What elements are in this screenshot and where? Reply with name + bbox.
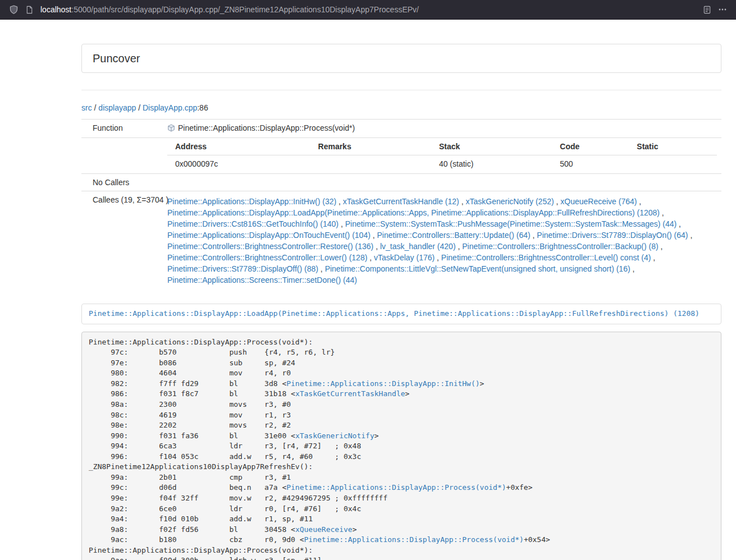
callee-separator: ,	[339, 219, 345, 228]
breadcrumb-link-displayapp.cpp[interactable]: DisplayApp.cpp	[143, 103, 197, 112]
code-value: 500	[552, 155, 629, 173]
tracking-protection-shield-icon[interactable]	[6, 2, 21, 17]
callee-separator: ,	[336, 197, 343, 206]
disassembly-block: Pinetime::Applications::DisplayApp::Proc…	[81, 332, 721, 560]
remarks-value	[310, 155, 431, 173]
callee-link[interactable]: Pinetime::Drivers::Cst816S::GetTouchInfo…	[167, 219, 339, 228]
callee-link[interactable]: Pinetime::Drivers::St7789::DisplayOff() …	[167, 264, 318, 273]
callee-separator: ,	[459, 197, 466, 206]
callee-separator: ,	[456, 242, 463, 251]
breadcrumb-link-src[interactable]: src	[81, 103, 92, 112]
metrics-row: Address Remarks Stack Code Static 0x0000…	[81, 138, 721, 174]
page-info-icon[interactable]	[21, 2, 37, 17]
document-icon	[25, 6, 34, 14]
metrics-cell: Address Remarks Stack Code Static 0x0000…	[163, 138, 721, 174]
metrics-empty-label	[81, 138, 163, 174]
callee-link[interactable]: xTaskGenericNotify (252)	[465, 197, 554, 206]
header-address: Address	[167, 138, 310, 155]
callee-link[interactable]: Pinetime::Applications::DisplayApp::OnTo…	[167, 231, 371, 240]
shield-icon	[9, 5, 19, 15]
callee-separator: ,	[637, 197, 641, 206]
asm-symbol-link[interactable]: Pinetime::Applications::DisplayApp::Proc…	[286, 483, 506, 492]
callee-separator: ,	[630, 264, 635, 273]
callee-separator: ,	[318, 264, 325, 273]
asm-symbol-link[interactable]: xTaskGenericNotify	[295, 432, 374, 440]
callees-list: Pinetime::Applications::DisplayApp::Init…	[163, 191, 721, 291]
address-value: 0x0000097c	[167, 155, 310, 173]
callee-link[interactable]: Pinetime::Controllers::BrightnessControl…	[167, 242, 373, 251]
callee-link[interactable]: lv_task_handler (420)	[380, 242, 456, 251]
callee-link[interactable]: Pinetime::Components::LittleVgl::SetNewT…	[325, 264, 630, 273]
callee-separator: ,	[435, 253, 441, 262]
method-cube-icon	[167, 123, 175, 135]
header-code: Code	[552, 138, 629, 155]
callee-separator: ,	[367, 253, 374, 262]
asm-symbol-link[interactable]: Pinetime::Applications::DisplayApp::Init…	[286, 379, 479, 388]
callee-link[interactable]: Pinetime::Controllers::Battery::Update()…	[377, 231, 531, 240]
no-callers-row: No Callers	[81, 174, 721, 191]
callee-link[interactable]: Pinetime::Controllers::BrightnessControl…	[462, 242, 658, 251]
metrics-values-row: 0x0000097c 40 (static) 500	[167, 155, 717, 173]
symbol-table: Function Pinetime::Applications::Display…	[81, 119, 721, 290]
url-path: :5000/path/src/displayapp/DisplayApp.cpp…	[71, 5, 419, 14]
callee-separator: ,	[531, 231, 537, 240]
header-stack: Stack	[431, 138, 552, 155]
divider	[81, 90, 721, 90]
function-name: Pinetime::Applications::DisplayApp::Proc…	[178, 123, 355, 132]
callee-link[interactable]: Pinetime::Controllers::BrightnessControl…	[441, 253, 651, 262]
metrics-table: Address Remarks Stack Code Static 0x0000…	[167, 138, 717, 172]
meatballs-menu-icon	[718, 5, 727, 14]
callees-label: Callees (19, Σ=3704 )	[81, 191, 163, 291]
reader-view-icon[interactable]	[699, 2, 715, 17]
function-row: Function Pinetime::Applications::Display…	[81, 120, 721, 138]
function-label: Function	[81, 120, 163, 138]
callee-separator: ,	[371, 231, 377, 240]
reader-page-icon	[703, 6, 711, 14]
highlighted-callee-link[interactable]: Pinetime::Applications::DisplayApp::Load…	[89, 309, 700, 318]
callee-link[interactable]: vTaskDelay (176)	[374, 253, 435, 262]
callee-link[interactable]: xTaskGetCurrentTaskHandle (12)	[343, 197, 459, 206]
callee-separator: ,	[659, 242, 663, 251]
breadcrumb-link-displayapp[interactable]: displayapp	[98, 103, 136, 112]
no-callers-label: No Callers	[81, 174, 163, 191]
callee-link[interactable]: Pinetime::Drivers::St7789::DisplayOn() (…	[537, 231, 688, 240]
callee-separator: ,	[651, 253, 655, 262]
main-content: Puncover src / displayapp / DisplayApp.c…	[81, 44, 721, 560]
static-value	[629, 155, 717, 173]
callee-link[interactable]: Pinetime::Controllers::BrightnessControl…	[167, 253, 367, 262]
header-static: Static	[629, 138, 717, 155]
highlighted-callee-box: Pinetime::Applications::DisplayApp::Load…	[81, 304, 721, 324]
url-host: localhost	[40, 5, 71, 14]
stack-value: 40 (static)	[431, 155, 552, 173]
page-title-panel: Puncover	[81, 44, 721, 73]
callee-separator: ,	[688, 231, 693, 240]
no-callers-cell	[163, 174, 721, 191]
breadcrumb-separator: /	[136, 103, 143, 112]
asm-symbol-link[interactable]: Pinetime::Applications::DisplayApp::Proc…	[304, 535, 524, 544]
callee-link[interactable]: Pinetime::Applications::DisplayApp::Init…	[167, 197, 336, 206]
callees-row: Callees (19, Σ=3704 ) Pinetime::Applicat…	[81, 191, 721, 291]
header-remarks: Remarks	[310, 138, 431, 155]
callee-link[interactable]: Pinetime::System::SystemTask::PushMessag…	[345, 219, 677, 228]
function-name-cell: Pinetime::Applications::DisplayApp::Proc…	[163, 120, 721, 138]
breadcrumb-separator: /	[92, 103, 99, 112]
breadcrumb-line-number: :86	[197, 103, 208, 112]
callee-link[interactable]: xQueueReceive (764)	[560, 197, 637, 206]
callee-separator: ,	[676, 219, 681, 228]
url-bar[interactable]: localhost:5000/path/src/displayapp/Displ…	[40, 5, 699, 14]
metrics-header-row: Address Remarks Stack Code Static	[167, 138, 717, 155]
browser-toolbar: localhost:5000/path/src/displayapp/Displ…	[0, 0, 736, 20]
asm-symbol-link[interactable]: xTaskGetCurrentTaskHandle	[295, 389, 405, 398]
callee-separator: ,	[660, 208, 664, 217]
page-title: Puncover	[93, 52, 140, 65]
asm-symbol-link[interactable]: xQueueReceive	[295, 525, 353, 534]
callee-separator: ,	[554, 197, 561, 206]
more-options-icon[interactable]	[715, 2, 730, 17]
callee-link[interactable]: Pinetime::Applications::DisplayApp::Load…	[167, 208, 660, 217]
callee-separator: ,	[373, 242, 380, 251]
callee-link[interactable]: Pinetime::Applications::Screens::Timer::…	[167, 276, 357, 284]
breadcrumb: src / displayapp / DisplayApp.cpp:86	[81, 102, 721, 113]
